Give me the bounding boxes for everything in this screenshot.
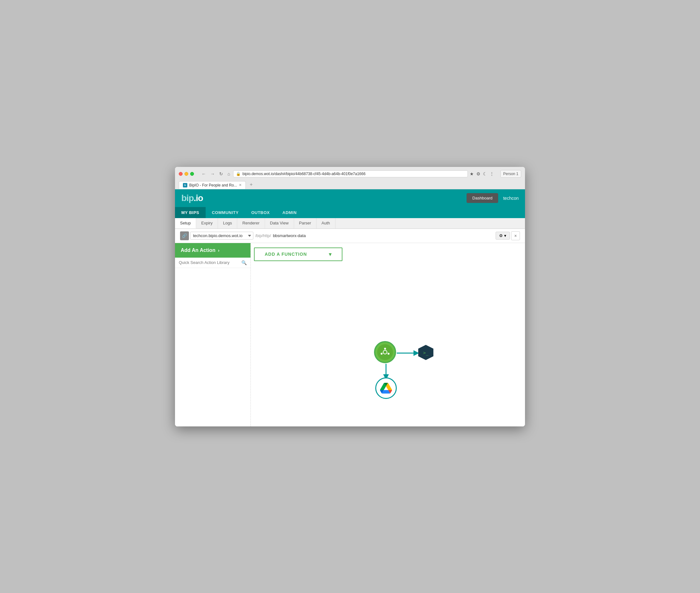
url-text: bipio.demos.wot.io/dash#/bipio/44b68738-… xyxy=(242,172,365,176)
arrow-right-icon xyxy=(397,350,420,356)
address-bar[interactable]: 🔒 bipio.demos.wot.io/dash#/bipio/44b6873… xyxy=(233,170,468,177)
browser-titlebar: ← → ↻ ⌂ 🔒 bipio.demos.wot.io/dash#/bipio… xyxy=(175,167,525,189)
url-action-button[interactable]: ⚙ ▾ xyxy=(496,232,510,240)
canvas: ADD A FUNCTION ▾ xyxy=(251,243,525,426)
nav-item-admin[interactable]: ADMIN xyxy=(276,207,303,218)
new-tab-button[interactable]: + xyxy=(247,180,256,189)
close-traffic-light[interactable] xyxy=(179,172,183,176)
terminal-hexagon: >_ xyxy=(418,344,434,361)
app-header: bip.io Dashboard techcon MY BIPS COMMUNI… xyxy=(175,189,525,218)
star-icon[interactable]: ★ xyxy=(470,171,474,176)
search-icon: 🔍 xyxy=(241,260,247,265)
header-right: Dashboard techcon xyxy=(467,193,519,203)
lock-icon: 🔒 xyxy=(236,172,241,176)
app-logo-bar: bip.io Dashboard techcon xyxy=(175,189,525,207)
person-label: Person 1 xyxy=(500,170,521,177)
svg-point-1 xyxy=(384,348,386,350)
add-function-label: ADD A FUNCTION xyxy=(265,251,307,257)
moon-icon[interactable]: ☾ xyxy=(483,171,487,176)
add-action-label: Add An Action xyxy=(181,247,215,253)
settings-icon: ⚙ xyxy=(499,233,503,238)
home-button[interactable]: ⌂ xyxy=(226,171,231,177)
hub-inner xyxy=(377,344,393,360)
svg-line-5 xyxy=(387,353,387,353)
hub-icon xyxy=(380,347,390,357)
add-action-arrow-icon: › xyxy=(218,248,220,253)
add-function-button[interactable]: ADD A FUNCTION ▾ xyxy=(254,247,342,261)
svg-line-6 xyxy=(383,353,384,353)
nav-item-my-bips[interactable]: MY BIPS xyxy=(175,207,206,218)
forward-button[interactable]: → xyxy=(209,171,216,177)
favicon: b xyxy=(183,183,187,188)
tab-title: BipIO - For People and Ro... xyxy=(189,183,237,188)
hub-node[interactable] xyxy=(374,341,396,363)
reload-button[interactable]: ↻ xyxy=(218,171,224,177)
browser-tab-active[interactable]: b BipIO - For People and Ro... ✕ xyxy=(179,181,246,189)
browser-nav: ← → ↻ ⌂ 🔒 bipio.demos.wot.io/dash#/bipio… xyxy=(200,170,494,177)
app-nav: MY BIPS COMMUNITY OUTBOX ADMIN xyxy=(175,207,525,218)
tab-logs[interactable]: Logs xyxy=(218,218,237,229)
url-row: 🔗 techcon.bipio.demos.wot.io /bip/http/ … xyxy=(175,229,525,243)
svg-point-3 xyxy=(381,353,383,355)
browser-window: ← → ↻ ⌂ 🔒 bipio.demos.wot.io/dash#/bipio… xyxy=(175,167,525,426)
traffic-lights xyxy=(179,172,194,176)
chevron-down-icon: ▾ xyxy=(504,233,507,238)
extensions-icon[interactable]: ⚙ xyxy=(476,171,480,176)
sidebar: Add An Action › 🔍 xyxy=(175,243,251,426)
more-icon[interactable]: ⋮ xyxy=(490,171,494,176)
url-link-button[interactable]: 🔗 xyxy=(180,231,189,240)
gdrive-icon xyxy=(380,383,392,394)
browser-controls: ← → ↻ ⌂ 🔒 bipio.demos.wot.io/dash#/bipio… xyxy=(179,170,521,177)
svg-text:>_: >_ xyxy=(423,350,429,356)
tab-auth[interactable]: Auth xyxy=(316,218,336,229)
page-tabs: Setup Expiry Logs Renderer Data View Par… xyxy=(175,218,525,229)
terminal-node[interactable]: >_ xyxy=(418,344,434,361)
flow-diagram: >_ xyxy=(374,341,443,401)
tab-close-icon[interactable]: ✕ xyxy=(239,183,242,187)
add-action-button[interactable]: Add An Action › xyxy=(175,243,251,258)
gdrive-node[interactable] xyxy=(375,378,397,399)
url-slug-input[interactable] xyxy=(273,233,494,238)
search-bar: 🔍 xyxy=(175,258,251,268)
url-domain-select[interactable]: techcon.bipio.demos.wot.io xyxy=(190,232,253,240)
tab-renderer[interactable]: Renderer xyxy=(237,218,265,229)
search-input[interactable] xyxy=(179,260,239,265)
dashboard-button[interactable]: Dashboard xyxy=(467,193,498,203)
back-button[interactable]: ← xyxy=(200,171,207,177)
svg-point-2 xyxy=(388,353,390,355)
main-layout: Add An Action › 🔍 ADD A FUNCTION ▾ xyxy=(175,243,525,426)
url-separator: /bip/http/ xyxy=(255,233,272,238)
nav-item-community[interactable]: COMMUNITY xyxy=(206,207,245,218)
url-close-button[interactable]: × xyxy=(511,231,520,240)
tab-data-view[interactable]: Data View xyxy=(265,218,294,229)
tab-parser[interactable]: Parser xyxy=(294,218,316,229)
browser-menu-icons: ★ ⚙ ☾ ⋮ xyxy=(470,171,494,176)
maximize-traffic-light[interactable] xyxy=(190,172,194,176)
tab-setup[interactable]: Setup xyxy=(175,218,196,229)
tab-expiry[interactable]: Expiry xyxy=(196,218,218,229)
tab-bar: b BipIO - For People and Ro... ✕ + xyxy=(179,180,521,189)
nav-item-outbox[interactable]: OUTBOX xyxy=(245,207,276,218)
app-logo: bip.io xyxy=(181,193,203,203)
minimize-traffic-light[interactable] xyxy=(184,172,188,176)
username-label: techcon xyxy=(503,196,519,201)
chevron-down-icon: ▾ xyxy=(329,251,332,257)
